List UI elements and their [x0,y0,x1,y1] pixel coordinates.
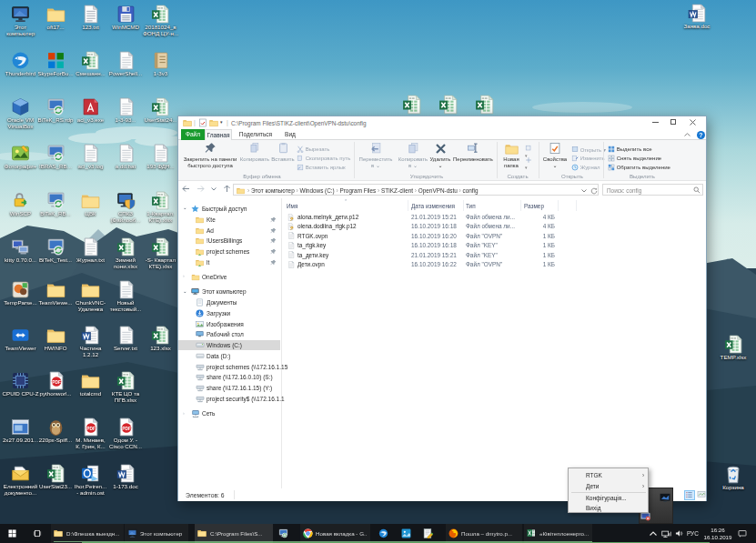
svg-text:PDF: PDF [122,427,131,431]
svg-text:PDF: PDF [52,380,61,385]
svg-text:PDF: PDF [86,427,96,431]
